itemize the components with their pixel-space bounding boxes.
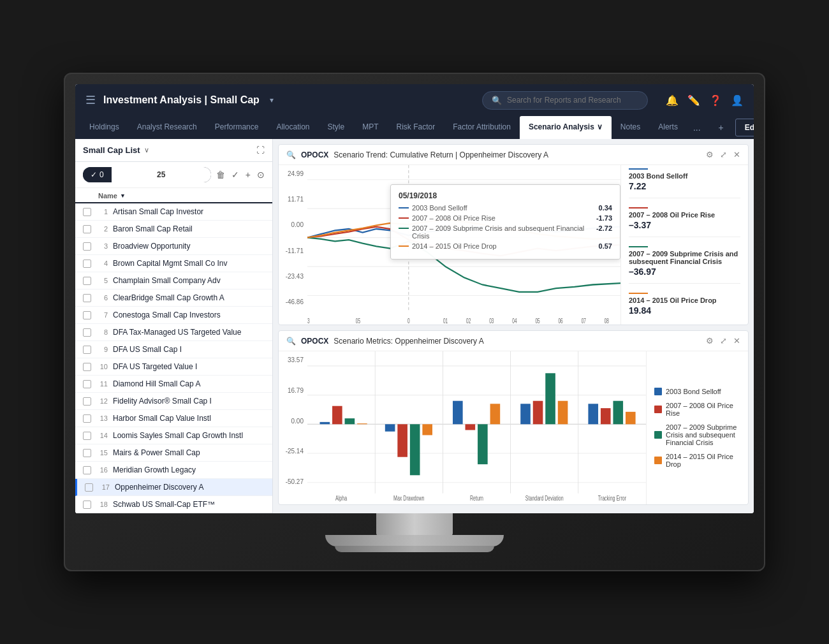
fund-checkbox[interactable] xyxy=(83,432,91,440)
fund-checkbox[interactable] xyxy=(83,208,91,216)
tab-scenario-analysis[interactable]: Scenario Analysis ∨ xyxy=(520,116,612,139)
sidebar-chevron-icon[interactable]: ∨ xyxy=(144,146,149,154)
user-icon[interactable]: 👤 xyxy=(731,94,744,106)
metrics-ticker-search-icon[interactable]: 🔍 xyxy=(286,337,296,346)
fund-item[interactable]: 6 ClearBridge Small Cap Growth A xyxy=(75,289,272,307)
bell-icon[interactable]: 🔔 xyxy=(666,94,679,106)
fund-checkbox[interactable] xyxy=(83,501,91,509)
sidebar-title-group: Small Cap List ∨ xyxy=(83,145,149,155)
fund-name: Artisan Small Cap Investor xyxy=(113,207,203,216)
fund-item[interactable]: 10 DFA US Targeted Value I xyxy=(75,358,272,376)
expand-chart-icon[interactable]: ⤢ xyxy=(720,150,727,159)
fund-checkbox[interactable] xyxy=(83,242,91,251)
fund-checkbox[interactable] xyxy=(83,380,91,388)
tab-allocation[interactable]: Allocation xyxy=(267,116,318,139)
tab-risk-factor[interactable]: Risk Factor xyxy=(388,116,444,139)
tooltip-row-1: 2003 Bond Selloff 0.34 xyxy=(399,204,612,212)
ticker-search-icon[interactable]: 🔍 xyxy=(286,150,296,159)
fund-checkbox[interactable] xyxy=(83,277,91,285)
metrics-settings-icon[interactable]: ⚙ xyxy=(706,336,714,346)
fund-item[interactable]: 16 Meridian Growth Legacy xyxy=(75,462,272,479)
fund-item[interactable]: 12 Fidelity Advisor® Small Cap I xyxy=(75,393,272,410)
metrics-close-icon[interactable]: ✕ xyxy=(733,336,740,346)
svg-rect-45 xyxy=(601,408,611,424)
fund-checkbox[interactable] xyxy=(85,483,93,492)
sidebar-action-icons: 🗑 ✓ + ⊙ xyxy=(216,170,265,180)
metrics-chart-svg: Alpha Max Drawdown Return Standard Devia… xyxy=(307,351,646,504)
add-tab-button[interactable]: + xyxy=(712,117,730,138)
y-label-5: -23.43 xyxy=(284,273,304,280)
fund-checkbox[interactable] xyxy=(83,397,91,406)
fund-checkbox[interactable] xyxy=(83,414,91,423)
fund-checkbox[interactable] xyxy=(83,225,91,233)
close-chart-icon[interactable]: ✕ xyxy=(733,150,740,159)
fund-checkbox[interactable] xyxy=(83,466,91,474)
fund-item[interactable]: 18 Schwab US Small-Cap ETF™ xyxy=(75,496,272,513)
filter-icon[interactable]: ⊙ xyxy=(257,170,265,180)
fund-item[interactable]: 1 Artisan Small Cap Investor xyxy=(75,203,272,221)
metrics-legend-item-3: 2007 – 2009 Subprime Crisis and subseque… xyxy=(654,423,740,446)
edit-icon[interactable]: ✏️ xyxy=(687,94,700,106)
more-button[interactable]: ... xyxy=(687,117,707,138)
metrics-chart-header: 🔍 OPOCX Scenario Metrics: Oppenheimer Di… xyxy=(279,331,748,351)
svg-text:Return: Return xyxy=(470,495,483,502)
fund-checkbox[interactable] xyxy=(83,311,91,319)
fund-checkbox[interactable] xyxy=(83,294,91,302)
svg-rect-47 xyxy=(626,412,636,424)
add-fund-icon[interactable]: + xyxy=(246,170,251,180)
fund-item[interactable]: 4 Brown Capital Mgmt Small Co Inv xyxy=(75,255,272,272)
edit-button[interactable]: Edit xyxy=(735,119,754,136)
tab-notes[interactable]: Notes xyxy=(612,116,649,139)
fund-name: Oppenheimer Discovery A xyxy=(115,483,203,492)
legend-line-2 xyxy=(629,207,648,209)
header-icons: 🔔 ✏️ ❓ 👤 xyxy=(666,94,744,106)
fund-checkbox[interactable] xyxy=(83,363,91,371)
y-label-1: 24.99 xyxy=(284,170,304,177)
tab-style[interactable]: Style xyxy=(318,116,353,139)
fund-item[interactable]: 9 DFA US Small Cap I xyxy=(75,341,272,358)
sort-icon[interactable]: ▼ xyxy=(120,193,126,199)
fund-number: 9 xyxy=(96,346,108,353)
y-label-2: 11.71 xyxy=(284,196,304,203)
fund-checkbox[interactable] xyxy=(83,449,91,457)
search-bar[interactable]: 🔍 xyxy=(482,91,648,110)
fund-name: Loomis Sayles Small Cap Growth Instl xyxy=(113,431,243,440)
fund-item[interactable]: 7 Conestoga Small Cap Investors xyxy=(75,307,272,324)
metrics-expand-icon[interactable]: ⤢ xyxy=(720,336,727,346)
metrics-chart-body: 33.57 16.79 0.00 -25.14 -50.27 xyxy=(279,351,748,504)
fund-item[interactable]: 3 Broadview Opportunity xyxy=(75,238,272,255)
fund-checkbox[interactable] xyxy=(83,260,91,268)
fund-item[interactable]: 15 Mairs & Power Small Cap xyxy=(75,444,272,462)
expand-icon[interactable]: ⛶ xyxy=(256,145,265,155)
svg-rect-29 xyxy=(332,406,342,425)
fund-item[interactable]: 17 Oppenheimer Discovery A xyxy=(75,479,272,496)
my-label-2: 16.79 xyxy=(284,387,304,394)
title-chevron-icon[interactable]: ▾ xyxy=(270,96,274,105)
svg-rect-46 xyxy=(613,401,623,425)
fund-checkbox[interactable] xyxy=(83,328,91,337)
settings-icon[interactable]: ⚙ xyxy=(706,150,714,159)
my-label-4: -25.14 xyxy=(284,448,304,455)
search-input[interactable] xyxy=(507,96,638,105)
fund-item[interactable]: 2 Baron Small Cap Retail xyxy=(75,221,272,238)
tab-holdings[interactable]: Holdings xyxy=(80,116,128,139)
hamburger-icon[interactable]: ☰ xyxy=(85,93,96,107)
my-label-5: -50.27 xyxy=(284,478,304,485)
tab-alerts[interactable]: Alerts xyxy=(649,116,687,139)
tab-factor-attribution[interactable]: Factor Attribution xyxy=(444,116,520,139)
tab-analyst-research[interactable]: Analyst Research xyxy=(128,116,206,139)
delete-icon[interactable]: 🗑 xyxy=(216,170,225,180)
fund-item[interactable]: 5 Champlain Small Company Adv xyxy=(75,272,272,289)
help-icon[interactable]: ❓ xyxy=(709,94,722,106)
tab-mpt[interactable]: MPT xyxy=(353,116,387,139)
fund-item[interactable]: 14 Loomis Sayles Small Cap Growth Instl xyxy=(75,427,272,444)
fund-item[interactable]: 13 Harbor Small Cap Value Instl xyxy=(75,410,272,427)
fund-checkbox[interactable] xyxy=(83,346,91,354)
metrics-chart-svg-area: Alpha Max Drawdown Return Standard Devia… xyxy=(307,351,646,504)
svg-rect-34 xyxy=(410,424,420,475)
check-all-icon[interactable]: ✓ xyxy=(231,170,239,180)
fund-item[interactable]: 11 Diamond Hill Small Cap A xyxy=(75,376,272,393)
fund-item[interactable]: 8 DFA Tax-Managed US Targeted Value xyxy=(75,324,272,341)
fund-name: DFA Tax-Managed US Targeted Value xyxy=(113,328,241,337)
tab-performance[interactable]: Performance xyxy=(206,116,268,139)
